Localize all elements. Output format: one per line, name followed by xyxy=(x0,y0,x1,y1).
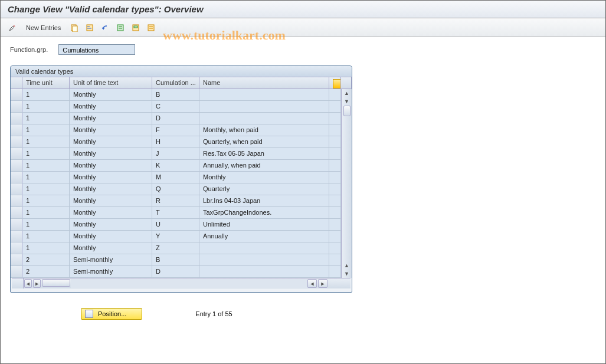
table-row[interactable]: 1MonthlyUUnlimited xyxy=(11,219,341,231)
cell-unit-of-time-text[interactable]: Monthly xyxy=(70,160,152,171)
row-selector[interactable] xyxy=(11,195,22,206)
row-selector[interactable] xyxy=(11,183,22,195)
configure-columns-icon[interactable] xyxy=(329,77,341,88)
table-row[interactable]: 1MonthlyYAnnually xyxy=(11,231,341,242)
row-selector[interactable] xyxy=(11,219,22,230)
cell-name[interactable]: Annually xyxy=(199,231,329,242)
vscroll-down2-icon[interactable]: ▼ xyxy=(343,270,351,278)
row-selector[interactable] xyxy=(11,101,22,112)
table-row[interactable]: 2Semi-monthlyB xyxy=(11,254,341,266)
cell-unit-of-time-text[interactable]: Monthly xyxy=(70,89,152,100)
cell-name[interactable] xyxy=(199,242,329,254)
select-block-icon[interactable] xyxy=(130,22,142,34)
table-row[interactable]: 1MonthlyMMonthly xyxy=(11,172,341,183)
vertical-scrollbar[interactable]: ▲▼▲▼ xyxy=(341,89,352,278)
delete-icon[interactable] xyxy=(84,22,96,34)
cell-unit-of-time-text[interactable]: Monthly xyxy=(70,113,152,124)
cell-cumulation[interactable]: Y xyxy=(152,231,199,242)
cell-cumulation[interactable]: H xyxy=(152,136,199,147)
cell-cumulation[interactable]: R xyxy=(152,195,199,206)
row-selector[interactable] xyxy=(11,89,22,100)
cell-unit-of-time-text[interactable]: Monthly xyxy=(70,124,152,136)
table-row[interactable]: 1MonthlyJRes.Tax 06-05 Japan xyxy=(11,148,341,160)
cell-name[interactable] xyxy=(199,89,329,100)
table-row[interactable]: 1MonthlyKAnnually, when paid xyxy=(11,160,341,172)
hscroll-right2-icon[interactable]: ► xyxy=(318,279,327,288)
cell-time-unit[interactable]: 2 xyxy=(22,266,70,277)
row-selector[interactable] xyxy=(11,113,22,124)
cell-unit-of-time-text[interactable]: Monthly xyxy=(70,231,152,242)
select-all-icon[interactable] xyxy=(114,22,126,34)
copy-as-icon[interactable] xyxy=(68,22,80,34)
cell-cumulation[interactable]: T xyxy=(152,207,199,218)
cell-time-unit[interactable]: 1 xyxy=(22,242,70,254)
cell-cumulation[interactable]: D xyxy=(152,266,199,277)
table-row[interactable]: 2Semi-monthlyD xyxy=(11,266,341,278)
cell-unit-of-time-text[interactable]: Monthly xyxy=(70,172,152,183)
cell-unit-of-time-text[interactable]: Monthly xyxy=(70,207,152,218)
cell-time-unit[interactable]: 1 xyxy=(22,207,70,218)
cell-unit-of-time-text[interactable]: Monthly xyxy=(70,219,152,230)
hscroll-left-icon[interactable]: ◄ xyxy=(24,279,32,288)
table-row[interactable]: 1MonthlyB xyxy=(11,89,341,101)
table-row[interactable]: 1MonthlyC xyxy=(11,101,341,113)
cell-name[interactable]: Quarterly xyxy=(199,183,329,195)
position-button[interactable]: Position... xyxy=(81,308,142,320)
cell-time-unit[interactable]: 1 xyxy=(22,160,70,171)
cell-cumulation[interactable]: K xyxy=(152,160,199,171)
cell-cumulation[interactable]: B xyxy=(152,254,199,265)
table-row[interactable]: 1MonthlyRLbr.Ins 04-03 Japan xyxy=(11,195,341,207)
table-row[interactable]: 1MonthlyQQuarterly xyxy=(11,183,341,195)
cell-time-unit[interactable]: 1 xyxy=(22,124,70,136)
cell-cumulation[interactable]: U xyxy=(152,219,199,230)
cell-name[interactable]: Monthly, when paid xyxy=(199,124,329,136)
cell-name[interactable]: Lbr.Ins 04-03 Japan xyxy=(199,195,329,206)
new-entries-button[interactable]: New Entries xyxy=(22,22,65,34)
cell-unit-of-time-text[interactable]: Monthly xyxy=(70,183,152,195)
cell-unit-of-time-text[interactable]: Semi-monthly xyxy=(70,266,152,277)
cell-name[interactable]: Unlimited xyxy=(199,219,329,230)
cell-name[interactable]: Quarterly, when paid xyxy=(199,136,329,147)
row-selector[interactable] xyxy=(11,242,22,254)
col-name[interactable]: Name xyxy=(199,77,329,88)
cell-time-unit[interactable]: 1 xyxy=(22,219,70,230)
cell-time-unit[interactable]: 1 xyxy=(22,183,70,195)
row-selector[interactable] xyxy=(11,160,22,171)
cell-time-unit[interactable]: 1 xyxy=(22,101,70,112)
cell-name[interactable] xyxy=(199,254,329,265)
undo-icon[interactable] xyxy=(99,22,111,34)
cell-time-unit[interactable]: 2 xyxy=(22,254,70,265)
cell-time-unit[interactable]: 1 xyxy=(22,113,70,124)
col-unit-of-time-text[interactable]: Unit of time text xyxy=(70,77,152,88)
row-selector[interactable] xyxy=(11,254,22,265)
cell-unit-of-time-text[interactable]: Monthly xyxy=(70,148,152,159)
cell-name[interactable]: Monthly xyxy=(199,172,329,183)
cell-cumulation[interactable]: J xyxy=(152,148,199,159)
cell-unit-of-time-text[interactable]: Semi-monthly xyxy=(70,254,152,265)
table-row[interactable]: 1MonthlyD xyxy=(11,113,341,124)
cell-unit-of-time-text[interactable]: Monthly xyxy=(70,136,152,147)
cell-unit-of-time-text[interactable]: Monthly xyxy=(70,195,152,206)
cell-name[interactable] xyxy=(199,266,329,277)
cell-name[interactable]: Res.Tax 06-05 Japan xyxy=(199,148,329,159)
cell-name[interactable] xyxy=(199,101,329,112)
row-selector[interactable] xyxy=(11,231,22,242)
row-selector[interactable] xyxy=(11,266,22,277)
vscroll-up-icon[interactable]: ▲ xyxy=(343,89,351,97)
cell-cumulation[interactable]: Q xyxy=(152,183,199,195)
row-selector[interactable] xyxy=(11,207,22,218)
cell-name[interactable] xyxy=(199,113,329,124)
cell-name[interactable]: Annually, when paid xyxy=(199,160,329,171)
cell-cumulation[interactable]: M xyxy=(152,172,199,183)
cell-unit-of-time-text[interactable]: Monthly xyxy=(70,242,152,254)
cell-time-unit[interactable]: 1 xyxy=(22,231,70,242)
table-row[interactable]: 1MonthlyHQuarterly, when paid xyxy=(11,136,341,148)
cell-unit-of-time-text[interactable]: Monthly xyxy=(70,101,152,112)
table-row[interactable]: 1MonthlyZ xyxy=(11,242,341,254)
row-selector-header[interactable] xyxy=(11,77,22,88)
cell-time-unit[interactable]: 1 xyxy=(22,89,70,100)
row-selector[interactable] xyxy=(11,136,22,147)
cell-time-unit[interactable]: 1 xyxy=(22,136,70,147)
deselect-all-icon[interactable] xyxy=(145,22,157,34)
row-selector[interactable] xyxy=(11,124,22,136)
